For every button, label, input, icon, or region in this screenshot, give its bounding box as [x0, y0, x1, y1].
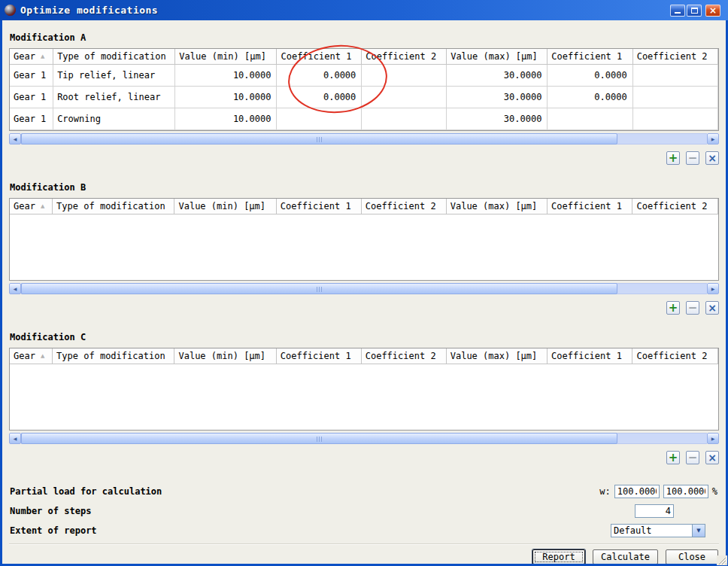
horizontal-scrollbar[interactable]: ◀ ▶ [9, 133, 719, 145]
delete-rows-button[interactable]: × [705, 301, 719, 315]
column-header[interactable]: Gear▲ [10, 199, 53, 214]
table-row[interactable]: Gear 1Tip relief, linear10.00000.000030.… [10, 64, 718, 86]
table-cell[interactable]: 0.0000 [277, 86, 362, 108]
minimize-button[interactable] [670, 5, 685, 17]
column-header[interactable]: Coefficient 1 [548, 199, 632, 214]
scroll-right-icon[interactable]: ▶ [707, 433, 719, 444]
scroll-left-icon[interactable]: ◀ [9, 133, 21, 145]
close-button[interactable]: Close [666, 549, 718, 564]
partial-load-min-input[interactable] [614, 485, 660, 498]
chevron-down-icon[interactable]: ▼ [692, 525, 705, 537]
table-cell[interactable]: Gear 1 [10, 64, 53, 86]
column-header[interactable]: Coefficient 2 [632, 49, 717, 64]
table-cell[interactable]: 0.0000 [548, 64, 632, 86]
table-row[interactable]: Gear 1Crowning10.000030.0000 [10, 108, 718, 129]
table-cell[interactable]: 10.0000 [175, 64, 277, 86]
column-header[interactable]: Coefficient 2 [632, 199, 718, 214]
maximize-icon [691, 8, 698, 14]
table-row[interactable]: Gear 1Root relief, linear10.00000.000030… [10, 86, 718, 108]
scroll-right-icon[interactable]: ▶ [707, 133, 719, 145]
add-row-button[interactable]: + [666, 301, 680, 315]
table-cell[interactable]: 10.0000 [175, 86, 277, 108]
column-header[interactable]: Coefficient 1 [277, 49, 362, 64]
column-header[interactable]: Coefficient 2 [361, 348, 446, 364]
remove-row-button[interactable]: − [686, 151, 699, 165]
scrollbar-track[interactable] [21, 133, 707, 145]
column-header[interactable]: Value (max) [μm] [447, 49, 548, 64]
scrollbar-track[interactable] [21, 283, 707, 294]
scrollbar-thumb[interactable] [21, 133, 617, 145]
table-cell[interactable]: 10.0000 [175, 108, 277, 129]
minus-icon: − [688, 452, 698, 464]
report-button[interactable]: Report [532, 549, 585, 564]
table-cell[interactable]: Crowning [53, 108, 175, 129]
remove-row-button[interactable]: − [686, 301, 699, 315]
column-header[interactable]: Value (min) [μm] [175, 49, 277, 64]
modification-a-section: Modification A Gear▲Type of modification… [9, 32, 719, 165]
titlebar-buttons: × [670, 5, 720, 17]
titlebar[interactable]: Optimize modifications × [0, 0, 728, 20]
column-header[interactable]: Type of modification [53, 348, 174, 364]
column-header[interactable]: Gear▲ [10, 49, 53, 64]
maximize-button[interactable] [687, 5, 702, 17]
column-header[interactable]: Coefficient 1 [548, 49, 632, 64]
delete-rows-button[interactable]: × [705, 451, 719, 464]
column-header[interactable]: Coefficient 1 [276, 199, 361, 214]
column-header[interactable]: Value (max) [μm] [446, 348, 547, 364]
column-header[interactable]: Coefficient 2 [362, 49, 447, 64]
column-header[interactable]: Type of modification [53, 199, 174, 214]
table-cell[interactable] [362, 108, 447, 129]
table-cell[interactable] [632, 108, 717, 129]
add-row-button[interactable]: + [666, 451, 680, 464]
column-header[interactable]: Coefficient 1 [548, 348, 632, 364]
table-cell[interactable] [548, 108, 632, 129]
table-cell[interactable] [362, 64, 447, 86]
minimize-icon [675, 12, 681, 14]
table-cell[interactable]: 30.0000 [447, 108, 548, 129]
column-header[interactable]: Value (min) [μm] [174, 348, 276, 364]
scroll-left-icon[interactable]: ◀ [9, 433, 21, 444]
delete-rows-button[interactable]: × [705, 151, 719, 165]
table-cell[interactable] [632, 86, 717, 108]
table-cell[interactable]: Gear 1 [10, 108, 53, 129]
column-header[interactable]: Type of modification [53, 49, 175, 64]
dialog-body: Modification A Gear▲Type of modification… [2, 20, 726, 564]
table-cell[interactable]: Root relief, linear [53, 86, 175, 108]
modification-c-section: Modification C Gear▲Type of modification… [9, 332, 719, 464]
sort-arrow-icon: ▲ [41, 53, 44, 59]
steps-input[interactable] [635, 504, 674, 518]
table-cell[interactable]: 0.0000 [548, 86, 632, 108]
scrollbar-track[interactable] [21, 433, 707, 444]
resize-grip[interactable] [717, 555, 727, 565]
scrollbar-thumb[interactable] [21, 283, 617, 294]
table-cell[interactable] [362, 86, 447, 108]
column-header[interactable]: Gear▲ [10, 348, 53, 364]
column-header[interactable]: Coefficient 1 [276, 348, 361, 364]
column-header[interactable]: Coefficient 2 [361, 199, 446, 214]
table-cell[interactable] [277, 108, 362, 129]
calculate-button[interactable]: Calculate [593, 549, 658, 564]
scroll-right-icon[interactable]: ▶ [707, 283, 719, 294]
percent-label: % [712, 486, 717, 497]
scrollbar-thumb[interactable] [21, 433, 617, 444]
window-close-button[interactable]: × [705, 5, 720, 17]
table-toolbar: + − × [9, 301, 719, 315]
column-header[interactable]: Coefficient 2 [632, 348, 718, 364]
add-row-button[interactable]: + [666, 151, 680, 165]
number-of-steps-row: Number of steps [9, 501, 719, 521]
horizontal-scrollbar[interactable]: ◀ ▶ [9, 433, 719, 444]
table-cell[interactable] [632, 64, 717, 86]
modification-a-table: Gear▲Type of modificationValue (min) [μm… [10, 49, 718, 130]
table-cell[interactable]: 30.0000 [447, 64, 548, 86]
column-header[interactable]: Value (max) [μm] [446, 199, 547, 214]
table-cell[interactable]: Tip relief, linear [53, 64, 175, 86]
table-cell[interactable]: 0.0000 [277, 64, 362, 86]
horizontal-scrollbar[interactable]: ◀ ▶ [9, 283, 719, 294]
extent-of-report-select[interactable]: Default ▼ [611, 524, 705, 537]
table-cell[interactable]: Gear 1 [10, 86, 53, 108]
column-header[interactable]: Value (min) [μm] [174, 199, 276, 214]
remove-row-button[interactable]: − [686, 451, 699, 464]
table-cell[interactable]: 30.0000 [447, 86, 548, 108]
partial-load-max-input[interactable] [663, 485, 708, 498]
scroll-left-icon[interactable]: ◀ [9, 283, 21, 294]
